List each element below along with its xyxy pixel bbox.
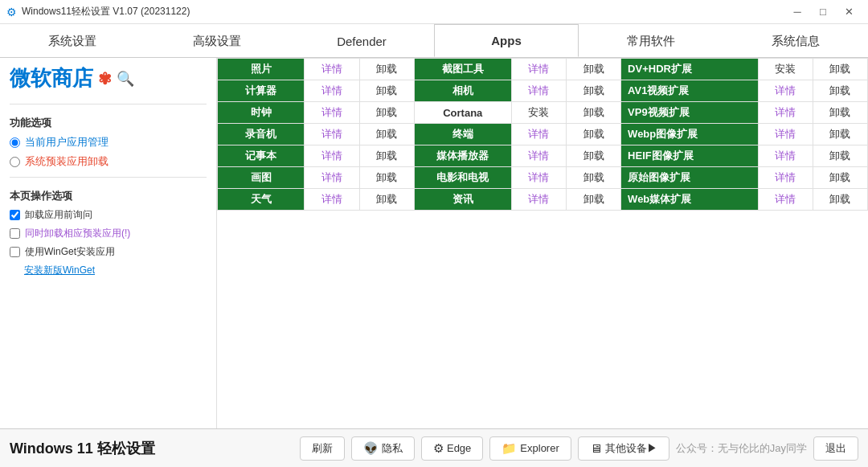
app-name-col1: 照片	[218, 59, 305, 80]
title-bar-controls: ─ □ ✕	[784, 3, 862, 21]
app-name-col2: 相机	[414, 80, 511, 102]
edge-button[interactable]: ⚙ Edge	[421, 436, 483, 461]
detail-btn-col3[interactable]: 详情	[758, 80, 813, 102]
detail-btn-col3[interactable]: 详情	[758, 124, 813, 145]
detail-btn-col1[interactable]: 详情	[305, 102, 359, 124]
detail-btn-col2[interactable]: 安装	[511, 102, 566, 124]
check-uninstall-preinstall[interactable]: 同时卸载相应预装应用(!)	[10, 227, 207, 240]
ext-name-col3: VP9视频扩展	[621, 102, 758, 124]
tab-def[interactable]: Defender	[289, 24, 434, 57]
app-name-col1: 记事本	[218, 145, 305, 167]
detail-btn-col1[interactable]: 详情	[305, 167, 359, 189]
main-content: 微软商店 ✾ 🔍 功能选项 当前用户应用管理 系统预装应用卸载 本页操作选项 卸…	[0, 58, 868, 428]
check-winget[interactable]: 使用WinGet安装应用	[10, 245, 207, 259]
detail-btn-col1[interactable]: 详情	[305, 59, 359, 80]
uninstall-btn-col1[interactable]: 卸载	[359, 80, 414, 102]
uninstall-btn-col2[interactable]: 卸载	[566, 167, 620, 189]
store-title: 微软商店 ✾ 🔍	[10, 64, 207, 92]
uninstall-btn-col3[interactable]: 卸载	[813, 167, 867, 189]
refresh-button[interactable]: 刷新	[300, 436, 345, 461]
watermark: 公众号：无与伦比的Jay同学	[676, 441, 807, 456]
uninstall-btn-col3[interactable]: 卸载	[813, 189, 867, 211]
ext-name-col3: DV+HDR扩展	[621, 59, 758, 80]
tab-sysinfo[interactable]: 系统信息	[723, 24, 868, 57]
detail-btn-col1[interactable]: 详情	[305, 145, 359, 167]
detail-btn-col2[interactable]: 详情	[511, 80, 566, 102]
divider2	[10, 177, 207, 178]
ext-name-col3: Webp图像扩展	[621, 124, 758, 145]
uninstall-btn-col1[interactable]: 卸载	[359, 102, 414, 124]
detail-btn-col3[interactable]: 安装	[758, 59, 813, 80]
explorer-label: Explorer	[520, 442, 559, 454]
uninstall-btn-col3[interactable]: 卸载	[813, 145, 867, 167]
detail-btn-col1[interactable]: 详情	[305, 189, 359, 211]
section1-label: 功能选项	[10, 116, 207, 130]
detail-btn-col3[interactable]: 详情	[758, 167, 813, 189]
ext-name-col3: AV1视频扩展	[621, 80, 758, 102]
nav-tabs: 系统设置 高级设置 Defender Apps 常用软件 系统信息	[0, 24, 868, 58]
store-label: 微软商店	[10, 64, 93, 92]
app-name-col1: 画图	[218, 167, 305, 189]
detail-btn-col2[interactable]: 详情	[511, 145, 566, 167]
check-uninstall-preinstall-input[interactable]	[10, 228, 20, 239]
uninstall-btn-col2[interactable]: 卸载	[566, 124, 620, 145]
detail-btn-col2[interactable]: 详情	[511, 167, 566, 189]
uninstall-btn-col2[interactable]: 卸载	[566, 145, 620, 167]
detail-btn-col1[interactable]: 详情	[305, 80, 359, 102]
alien-icon: 👽	[363, 441, 379, 456]
tab-sys[interactable]: 系统设置	[0, 24, 145, 57]
uninstall-btn-col1[interactable]: 卸载	[359, 167, 414, 189]
tab-common[interactable]: 常用软件	[579, 24, 723, 57]
uninstall-btn-col2[interactable]: 卸载	[566, 102, 620, 124]
minimize-button[interactable]: ─	[784, 3, 810, 21]
detail-btn-col3[interactable]: 详情	[758, 102, 813, 124]
maximize-button[interactable]: □	[810, 3, 836, 21]
radio-preinstall-input[interactable]	[10, 157, 20, 167]
exit-button[interactable]: 退出	[813, 436, 858, 461]
table-row: 天气详情卸载资讯详情卸载Web媒体扩展详情卸载	[218, 189, 868, 211]
title-bar: ⚙ Windows11轻松设置 V1.07 (20231122) ─ □ ✕	[0, 0, 868, 24]
sidebar: 微软商店 ✾ 🔍 功能选项 当前用户应用管理 系统预装应用卸载 本页操作选项 卸…	[0, 58, 217, 428]
check-winget-input[interactable]	[10, 247, 20, 257]
tab-apps[interactable]: Apps	[434, 24, 579, 57]
uninstall-btn-col1[interactable]: 卸载	[359, 124, 414, 145]
radio-current-input[interactable]	[10, 137, 20, 148]
folder-icon: 📁	[502, 441, 517, 456]
detail-btn-col2[interactable]: 详情	[511, 59, 566, 80]
uninstall-btn-col2[interactable]: 卸载	[566, 189, 620, 211]
install-winget-link[interactable]: 安装新版WinGet	[10, 264, 207, 277]
uninstall-btn-col1[interactable]: 卸载	[359, 145, 414, 167]
app-name-col2: 资讯	[414, 189, 511, 211]
app-name-col2: 终端	[414, 124, 511, 145]
refresh-label: 刷新	[312, 441, 333, 456]
check-uninstall-ask-input[interactable]	[10, 210, 20, 220]
app-name-col1: 时钟	[218, 102, 305, 124]
detail-btn-col1[interactable]: 详情	[305, 124, 359, 145]
detail-btn-col3[interactable]: 详情	[758, 189, 813, 211]
detail-btn-col2[interactable]: 详情	[511, 189, 566, 211]
uninstall-btn-col2[interactable]: 卸载	[566, 59, 620, 80]
table-row: 画图详情卸载电影和电视详情卸载原始图像扩展详情卸载	[218, 167, 868, 189]
uninstall-btn-col1[interactable]: 卸载	[359, 59, 414, 80]
radio-preinstall[interactable]: 系统预装应用卸载	[10, 154, 207, 169]
table-row: 录音机详情卸载终端详情卸载Webp图像扩展详情卸载	[218, 124, 868, 145]
explorer-button[interactable]: 📁 Explorer	[489, 436, 571, 461]
other-button[interactable]: 🖥 其他设备▶	[578, 436, 669, 461]
uninstall-btn-col2[interactable]: 卸载	[566, 80, 620, 102]
detail-btn-col3[interactable]: 详情	[758, 145, 813, 167]
privacy-button[interactable]: 👽 隐私	[351, 436, 415, 461]
uninstall-btn-col3[interactable]: 卸载	[813, 80, 867, 102]
radio-current-user[interactable]: 当前用户应用管理	[10, 135, 207, 150]
uninstall-btn-col3[interactable]: 卸载	[813, 102, 867, 124]
uninstall-btn-col3[interactable]: 卸载	[813, 59, 867, 80]
check-uninstall-ask[interactable]: 卸载应用前询问	[10, 208, 207, 222]
app-title: Windows11轻松设置 V1.07 (20231122)	[22, 5, 190, 18]
privacy-label: 隐私	[382, 441, 403, 456]
detail-btn-col2[interactable]: 详情	[511, 124, 566, 145]
close-button[interactable]: ✕	[836, 3, 862, 21]
tab-adv[interactable]: 高级设置	[145, 24, 289, 57]
uninstall-btn-col1[interactable]: 卸载	[359, 189, 414, 211]
ext-name-col3: Web媒体扩展	[621, 189, 758, 211]
ext-name-col3: HEIF图像扩展	[621, 145, 758, 167]
uninstall-btn-col3[interactable]: 卸载	[813, 124, 867, 145]
